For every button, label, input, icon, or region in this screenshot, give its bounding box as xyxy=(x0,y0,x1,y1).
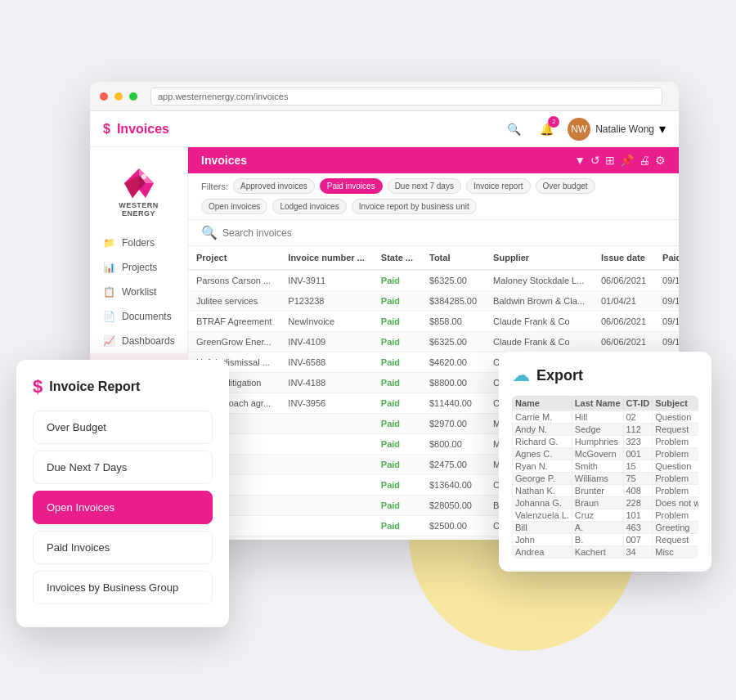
table-cell: Paid xyxy=(373,291,421,312)
export-table-cell: Request xyxy=(653,424,698,436)
report-item-invoices-by-business-group[interactable]: Invoices by Business Group xyxy=(33,571,213,604)
sidebar-item-projects[interactable]: 📊 Projects xyxy=(90,255,187,280)
export-table-cell: Question xyxy=(653,460,698,473)
report-item-paid-invoices[interactable]: Paid Invoices xyxy=(33,531,213,564)
sidebar-item-worklist[interactable]: 📋 Worklist xyxy=(90,280,187,304)
filter-approved-invoices[interactable]: Approved invoices xyxy=(233,178,315,194)
print-icon[interactable]: 🖨 xyxy=(639,154,650,167)
sidebar-item-documents[interactable]: 📄 Documents xyxy=(90,304,187,329)
settings-cog-icon[interactable]: ⚙ xyxy=(655,154,666,167)
table-cell: 09/12/2023 xyxy=(654,312,679,332)
export-table-cell: 75 xyxy=(623,473,653,485)
header-dollar-icon: $ xyxy=(103,122,110,137)
export-table-row: AndreaKachert34Misc15.09.2120.08.21Suppo… xyxy=(513,546,699,559)
table-cell xyxy=(280,496,373,516)
filter-open-invoices[interactable]: Open invoices xyxy=(201,199,267,214)
filter-icon[interactable]: ▼ xyxy=(574,154,586,167)
header-icons: 🔍 🔔 2 NW Natalie Wong ▾ xyxy=(502,118,666,141)
col-invoice-number[interactable]: Invoice number ... xyxy=(280,246,373,270)
filters-bar: Filters: Approved invoices Paid invoices… xyxy=(188,173,679,220)
sidebar-label-projects: Projects xyxy=(122,262,157,273)
export-table-cell: Sedge xyxy=(572,424,623,436)
filter-due-next-7-days[interactable]: Due next 7 days xyxy=(388,178,461,194)
window-maximize-dot[interactable] xyxy=(129,92,137,101)
export-table-cell: 463 xyxy=(623,522,653,534)
logo-text: westernenergy xyxy=(119,201,159,218)
col-paid-date[interactable]: Paid date ▼ xyxy=(654,246,679,270)
url-bar[interactable]: app.westernenergy.com/invoices xyxy=(150,88,662,105)
export-table-cell: Question xyxy=(653,411,698,424)
export-table-cell: Request xyxy=(653,534,698,546)
window-close-dot[interactable] xyxy=(100,92,108,101)
pin-icon[interactable]: 📌 xyxy=(620,154,634,167)
export-table-cell: Humphries xyxy=(572,436,623,448)
table-row[interactable]: GreenGrow Ener...INV-4109Paid$6325.00Cla… xyxy=(188,332,679,352)
table-cell: 06/06/2021 xyxy=(593,332,654,352)
col-issue-date[interactable]: Issue date xyxy=(593,246,654,270)
search-input[interactable] xyxy=(222,227,666,239)
filter-lodged-invoices[interactable]: Lodged invoices xyxy=(272,199,346,214)
table-row[interactable]: Parsons Carson ...INV-3911Paid$6325.00Ma… xyxy=(188,270,679,291)
window-minimize-dot[interactable] xyxy=(114,92,123,101)
table-cell: Parsons Carson ... xyxy=(188,270,280,291)
export-table-cell: Cruz xyxy=(572,509,623,522)
app-header: $ Invoices 🔍 🔔 2 NW Natalie Wong ▾ xyxy=(90,111,679,147)
table-cell: 09/12/2023 xyxy=(654,291,679,312)
table-cell: 06/06/2021 xyxy=(593,312,654,332)
sidebar-logo: westernenergy xyxy=(90,160,187,231)
export-table-cell: Williams xyxy=(572,473,623,485)
export-table-cell: Brunter xyxy=(572,485,623,497)
table-cell: 09/12/2023 xyxy=(654,270,679,291)
export-table-cell: 408 xyxy=(623,485,653,497)
dashboards-icon: 📈 xyxy=(103,335,115,347)
export-table-row: Carrie M.Hill02Question25.11.2125.11.21S… xyxy=(513,411,699,424)
table-cell: INV-6588 xyxy=(280,352,373,373)
table-cell: Paid xyxy=(373,332,421,352)
user-name-label: Natalie Wong xyxy=(595,123,654,135)
col-total[interactable]: Total xyxy=(421,246,485,270)
table-row[interactable]: BTRAF AgreementNewInvoicePaid$858.00Clau… xyxy=(188,312,679,332)
report-item-over-budget[interactable]: Over Budget xyxy=(33,411,213,444)
table-row[interactable]: Julitee servicesP123238Paid$384285.00Bal… xyxy=(188,291,679,312)
table-cell: 09/12/2023 xyxy=(654,332,679,352)
col-supplier[interactable]: Supplier xyxy=(485,246,593,270)
search-button[interactable]: 🔍 xyxy=(502,118,525,141)
export-table-cell: George P. xyxy=(513,473,572,485)
table-cell xyxy=(280,536,373,541)
export-table-row: BillA.463Greeting03.03.2101.03.21Support… xyxy=(513,522,699,534)
table-cell: $8800.00 xyxy=(421,373,485,393)
report-item-due-next-7-days[interactable]: Due Next 7 Days xyxy=(33,451,213,484)
sidebar-label-documents: Documents xyxy=(122,311,172,322)
export-table-row: JohnB.007Request11.06.2101.03.21Supportj… xyxy=(513,534,699,546)
table-cell: INV-3911 xyxy=(280,270,373,291)
filter-invoice-report-business[interactable]: Invoice report by business unit xyxy=(352,199,477,214)
table-cell: Paid xyxy=(373,270,421,291)
table-cell: Paid xyxy=(373,352,421,373)
export-table-cell: 15 xyxy=(623,460,653,473)
report-item-open-invoices[interactable]: Open Invoices xyxy=(33,491,213,524)
filter-over-budget[interactable]: Over budget xyxy=(536,178,595,194)
export-table-preview: Name Last Name CT-ID Subject Requested U… xyxy=(512,396,698,559)
invoice-report-card-header: $ Invoice Report xyxy=(33,376,213,397)
table-cell: $11440.00 xyxy=(421,393,485,414)
export-table-row: Nathan K.Brunter408Problem04.09.2112.08.… xyxy=(513,485,699,497)
table-cell: Julitee services xyxy=(188,291,280,312)
filter-paid-invoices[interactable]: Paid invoices xyxy=(320,178,383,194)
filter-invoice-report[interactable]: Invoice report xyxy=(466,178,531,194)
export-table-cell: Andrea xyxy=(513,546,572,559)
export-table-cell: Valenzuela L. xyxy=(513,509,572,522)
refresh-icon[interactable]: ↺ xyxy=(590,154,600,167)
table-cell xyxy=(280,516,373,536)
table-cell: INV-3956 xyxy=(280,393,373,414)
content-section-title: Invoices xyxy=(201,154,247,167)
export-table-cell: Hill xyxy=(572,411,623,424)
export-table-row: Johanna G.Braun228Does not work11.08.210… xyxy=(513,497,699,509)
user-avatar[interactable]: NW Natalie Wong ▾ xyxy=(568,118,666,141)
col-project[interactable]: Project xyxy=(188,246,280,270)
col-state[interactable]: State ... xyxy=(373,246,421,270)
layout-icon[interactable]: ⊞ xyxy=(605,154,615,167)
notification-button[interactable]: 🔔 2 xyxy=(535,118,558,141)
sidebar-item-dashboards[interactable]: 📈 Dashboards xyxy=(90,329,187,353)
sidebar-item-folders[interactable]: 📁 Folders xyxy=(90,231,187,255)
export-table-row: George P.Williams75Problem11.08.2112.08.… xyxy=(513,473,699,485)
